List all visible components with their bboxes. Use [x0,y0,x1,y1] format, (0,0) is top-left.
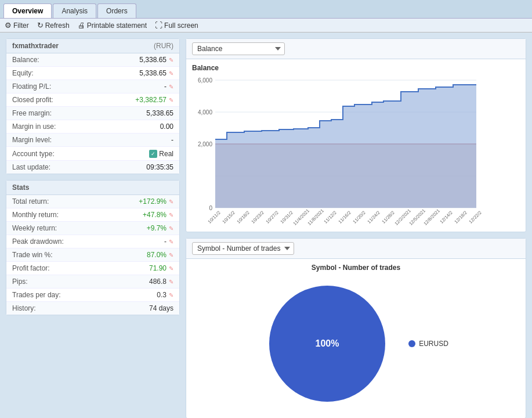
stats-row: Monthly return:+47.8%✎ [6,208,179,222]
balance-chart-svg: 6,000 4,000 2,000 0 10/11/2 10/15/2 10 [192,74,476,225]
account-row-value: 5,338.65 [93,107,179,120]
right-panel: Balance Equity Floating P/L Balance 6,00… [186,38,526,418]
svg-text:11/24/2: 11/24/2 [367,210,382,225]
svg-text:12/8/2021: 12/8/2021 [422,208,441,226]
stats-row-value: 0.3✎ [102,289,179,302]
stats-row: Peak drawdown:-✎ [6,235,179,248]
refresh-icon: ↻ [37,21,44,30]
svg-text:12/14/2: 12/14/2 [439,210,454,225]
stats-row-label: History: [6,302,102,315]
stats-row-label: Trades per day: [6,289,102,302]
stats-row-value: +47.8%✎ [102,208,179,222]
account-row-value: -✎ [93,80,179,93]
account-row-label: Last update: [6,161,93,174]
left-panel: fxmathxtrader (RUR) Balance:5,338.65✎Equ… [6,38,180,418]
refresh-button[interactable]: ↻ Refresh [37,21,70,30]
svg-text:2,000: 2,000 [198,141,212,147]
account-row: Margin in use:0.00 [6,120,179,134]
stats-row-value: +172.9%✎ [102,195,179,208]
stats-row: Weekly return:+9.7%✎ [6,222,179,235]
pie-chart-select[interactable]: Symbol - Number of trades Symbol - Volum… [192,242,294,255]
account-row-value: 09:35:35 [93,161,179,174]
tab-overview[interactable]: Overview [3,3,52,18]
edit-icon[interactable]: ✎ [169,265,173,272]
edit-icon[interactable]: ✎ [169,84,173,90]
account-row: Last update:09:35:35 [6,161,179,174]
account-row: Floating P/L:-✎ [6,80,179,93]
account-row-label: Margin in use: [6,120,93,134]
account-row: Margin level:- [6,134,179,147]
tab-bar: Overview Analysis Orders [0,0,532,19]
account-row: Equity:5,338.65✎ [6,67,179,80]
account-card: fxmathxtrader (RUR) Balance:5,338.65✎Equ… [6,38,180,174]
stats-row-value: 74 days [102,302,179,315]
stats-row-value: 87.0%✎ [102,248,179,262]
account-row-label: Equity: [6,67,93,80]
check-icon: ✓ [149,150,157,158]
stats-row: Pips:486.8✎ [6,275,179,289]
stats-card: Stats Total return:+172.9%✎Monthly retur… [6,180,180,315]
edit-icon[interactable]: ✎ [169,252,173,258]
account-row-value: ✓ Real [93,147,179,161]
edit-icon[interactable]: ✎ [169,70,173,77]
printable-label: Printable statement [87,21,147,30]
stats-row-value: 71.90✎ [102,262,179,275]
account-row-label: Margin level: [6,134,93,147]
svg-text:12/22/2: 12/22/2 [468,210,483,225]
edit-icon[interactable]: ✎ [169,292,173,298]
svg-text:10/23/2: 10/23/2 [251,210,266,225]
legend-label-eurusd: EURUSD [419,340,448,348]
edit-icon[interactable]: ✎ [169,279,173,285]
account-row-value: 5,338.65✎ [93,67,179,80]
edit-icon[interactable]: ✎ [169,57,173,63]
balance-chart-card: Balance Equity Floating P/L Balance 6,00… [186,38,526,232]
stats-table: Total return:+172.9%✎Monthly return:+47.… [6,195,179,315]
svg-text:12/18/2: 12/18/2 [454,210,469,225]
account-row-value: +3,382.57✎ [93,93,179,107]
edit-icon[interactable]: ✎ [169,199,173,205]
edit-icon[interactable]: ✎ [169,239,173,245]
fullscreen-button[interactable]: ⛶ Full screen [155,21,198,30]
balance-chart-select[interactable]: Balance Equity Floating P/L [192,42,285,55]
real-badge: ✓ Real [149,150,173,158]
account-row-label: Free margin: [6,107,93,120]
edit-icon[interactable]: ✎ [169,212,173,218]
edit-icon[interactable]: ✎ [169,97,173,103]
tab-orders[interactable]: Orders [97,3,136,18]
account-row-label: Closed profit: [6,93,93,107]
svg-text:100%: 100% [316,338,339,348]
balance-chart-header: Balance Equity Floating P/L [186,39,526,59]
svg-text:6,000: 6,000 [198,77,212,84]
svg-marker-11 [215,85,476,208]
svg-text:10/27/2: 10/27/2 [265,210,280,225]
print-icon: 🖨 [78,21,85,30]
stats-header: Stats [6,181,179,195]
pie-legend: EURUSD [408,340,448,348]
legend-item-eurusd: EURUSD [408,340,448,348]
account-body: Balance:5,338.65✎Equity:5,338.65✎Floatin… [6,53,179,174]
tab-analysis[interactable]: Analysis [53,3,96,18]
legend-dot-eurusd [408,340,415,347]
account-row-value: 0.00 [93,120,179,134]
account-row: Free margin:5,338.65 [6,107,179,120]
svg-text:4,000: 4,000 [198,109,212,116]
filter-button[interactable]: ⚙ Filter [5,21,29,30]
stats-row-label: Peak drawdown: [6,235,102,248]
filter-label: Filter [13,21,29,30]
account-currency: (RUR) [154,42,173,50]
stats-row-value: +9.7%✎ [102,222,179,235]
pie-chart-container: 100% EURUSD [192,274,520,413]
refresh-label: Refresh [45,21,70,30]
svg-text:10/18/2: 10/18/2 [236,210,251,225]
pie-chart-card: Symbol - Number of trades Symbol - Volum… [186,238,526,418]
stats-row: History:74 days [6,302,179,315]
fullscreen-icon: ⛶ [155,21,162,30]
stats-title: Stats [12,183,29,192]
stats-row-value: -✎ [102,235,179,248]
stats-row-label: Pips: [6,275,102,289]
printable-button[interactable]: 🖨 Printable statement [78,21,147,30]
edit-icon[interactable]: ✎ [169,225,173,232]
stats-row: Total return:+172.9%✎ [6,195,179,208]
svg-text:0: 0 [209,205,212,211]
account-row-label: Balance: [6,53,93,67]
